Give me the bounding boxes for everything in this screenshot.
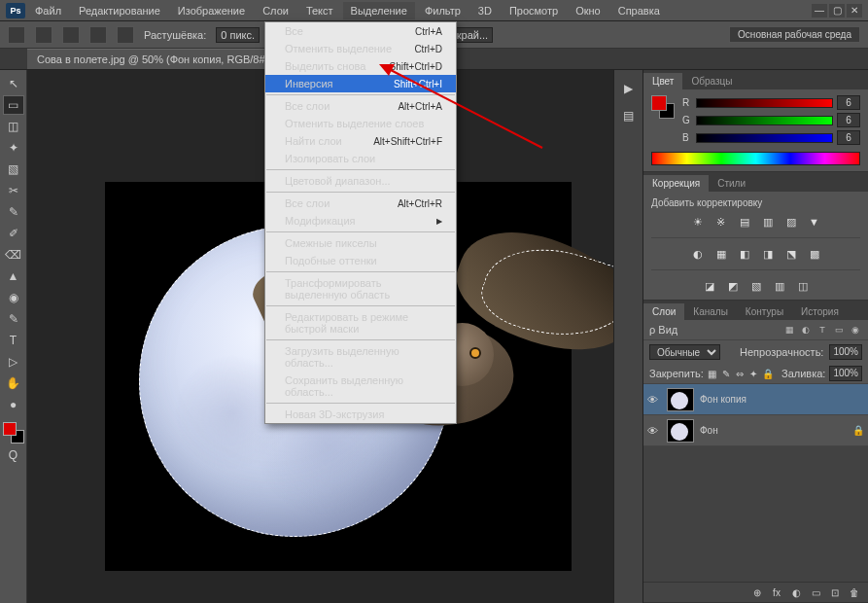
pen-tool[interactable]: ✎	[3, 309, 24, 329]
visibility-icon[interactable]: 👁	[647, 394, 661, 406]
r-slider[interactable]	[696, 98, 833, 108]
selection-mode-sub-icon[interactable]	[89, 26, 107, 44]
layer-name[interactable]: Фон	[700, 425, 718, 436]
filter-smart-icon[interactable]: ◉	[849, 323, 862, 337]
layer-row[interactable]: 👁 Фон 🔒	[643, 415, 868, 446]
crop-tool[interactable]: ▧	[3, 160, 24, 179]
menu-item[interactable]: Загрузить выделенную область...	[265, 342, 456, 372]
filter-text-icon[interactable]: T	[816, 323, 829, 337]
menu-item[interactable]: Смежные пикселы	[265, 234, 456, 252]
layer-thumbnail[interactable]	[667, 388, 694, 411]
tab-adjustments[interactable]: Коррекция	[643, 175, 709, 192]
g-slider[interactable]	[696, 116, 833, 125]
adj-curves-icon[interactable]: ▤	[736, 214, 753, 230]
visibility-icon[interactable]: 👁	[647, 425, 661, 437]
r-value[interactable]: 6	[837, 95, 860, 110]
eraser-tool[interactable]: ⌫	[3, 245, 24, 265]
adj-threshold-icon[interactable]: ◪	[701, 278, 718, 294]
adj-selective-icon[interactable]: ▧	[747, 278, 765, 294]
new-layer-icon[interactable]: ⊡	[827, 585, 843, 599]
b-value[interactable]: 6	[837, 130, 860, 145]
gradient-tool[interactable]: ▲	[3, 266, 24, 286]
selection-mode-new-icon[interactable]	[35, 26, 52, 44]
eyedropper-tool[interactable]: ✂	[3, 181, 24, 200]
tab-swatches[interactable]: Образцы	[682, 73, 741, 89]
quickmask-tool[interactable]: Q	[3, 445, 24, 465]
adj-hue-icon[interactable]: ▼	[806, 214, 823, 230]
g-value[interactable]: 6	[837, 113, 860, 127]
menu-item[interactable]: Новая 3D-экструзия	[265, 406, 456, 423]
lock-position-icon[interactable]: ⇔	[735, 367, 745, 380]
adj-gradient-map-icon[interactable]: ◩	[724, 278, 742, 294]
histogram-icon[interactable]: ▤	[620, 107, 638, 124]
fill-input[interactable]: 100%	[829, 366, 862, 381]
adj-icon[interactable]: ◫	[794, 278, 812, 294]
color-swatches[interactable]	[3, 422, 24, 443]
foreground-color[interactable]	[3, 422, 17, 436]
path-tool[interactable]: ▷	[3, 352, 24, 372]
feather-input[interactable]: 0 пикс.	[216, 27, 260, 43]
tab-history[interactable]: История	[792, 303, 848, 320]
layer-row[interactable]: 👁 Фон копия	[643, 384, 868, 415]
lock-image-icon[interactable]: ✎	[721, 367, 731, 380]
filter-adj-icon[interactable]: ◐	[799, 323, 813, 337]
link-layers-icon[interactable]: ⊕	[749, 585, 765, 599]
color-preview[interactable]	[651, 95, 675, 119]
lasso-tool[interactable]: ◫	[3, 117, 24, 136]
menu-item[interactable]: ВсеCtrl+A	[265, 22, 456, 40]
selection-mode-add-icon[interactable]	[62, 26, 80, 44]
blur-tool[interactable]: ◉	[3, 288, 24, 307]
menu-layers[interactable]: Слои	[255, 2, 296, 19]
menu-item[interactable]: Отменить выделение слоев	[265, 115, 456, 132]
marquee-tool[interactable]: ▭	[3, 95, 24, 115]
menu-item[interactable]: Найти слоиAlt+Shift+Ctrl+F	[265, 132, 456, 150]
menu-file[interactable]: Файл	[27, 2, 69, 19]
adj-photo-filter-icon[interactable]: ▦	[712, 246, 730, 262]
blend-mode-select[interactable]: Обычные	[649, 344, 720, 360]
filter-shape-icon[interactable]: ▭	[832, 323, 846, 337]
menu-item[interactable]: Изолировать слои	[265, 150, 456, 167]
close-icon[interactable]: ✕	[847, 4, 862, 18]
adj-brightness-icon[interactable]: ☀	[689, 214, 707, 230]
workspace-switcher[interactable]: Основная рабочая среда	[729, 26, 860, 43]
move-tool[interactable]: ↖	[3, 74, 24, 93]
menu-select[interactable]: Выделение	[343, 2, 415, 19]
menu-item[interactable]: Цветовой диапазон...	[265, 172, 456, 190]
tab-layers[interactable]: Слои	[643, 303, 684, 320]
menu-item[interactable]: Все слоиAlt+Ctrl+A	[265, 97, 456, 115]
adj-color-lookup-icon[interactable]: ◨	[759, 246, 777, 262]
menu-view[interactable]: Просмотр	[502, 2, 566, 19]
menu-help[interactable]: Справка	[610, 2, 668, 19]
adj-channel-mixer-icon[interactable]: ◧	[736, 246, 753, 262]
minimize-icon[interactable]: —	[812, 4, 827, 18]
type-tool[interactable]: T	[3, 331, 24, 350]
menu-image[interactable]: Изображение	[170, 2, 253, 19]
menu-item[interactable]: Все слоиAlt+Ctrl+R	[265, 195, 456, 212]
menu-text[interactable]: Текст	[298, 2, 341, 19]
selection-mode-int-icon[interactable]	[117, 26, 134, 44]
adj-bw-icon[interactable]: ◐	[689, 246, 707, 262]
menu-3d[interactable]: 3D	[470, 2, 500, 19]
filter-pixel-icon[interactable]: ▦	[782, 323, 796, 337]
adj-levels-icon[interactable]: ※	[712, 214, 730, 230]
adj-exposure-icon[interactable]: ▥	[759, 214, 777, 230]
menu-item[interactable]: Отменить выделениеCtrl+D	[265, 40, 456, 57]
menu-item[interactable]: Редактировать в режиме быстрой маски	[265, 308, 456, 337]
document-tab[interactable]: Сова в полете.jpg @ 50% (Фон копия, RGB/…	[27, 49, 296, 69]
menu-item[interactable]: Трансформировать выделенную область	[265, 274, 456, 303]
menu-item[interactable]: Модификация	[265, 212, 456, 230]
menu-item[interactable]: Подобные оттенки	[265, 252, 456, 269]
adj-icon[interactable]: ▥	[771, 278, 788, 294]
menu-edit[interactable]: Редактирование	[71, 2, 168, 19]
menu-filter[interactable]: Фильтр	[417, 2, 469, 19]
tab-paths[interactable]: Контуры	[737, 303, 792, 320]
layer-fx-icon[interactable]: fx	[769, 585, 784, 599]
layer-name[interactable]: Фон копия	[700, 394, 746, 405]
b-slider[interactable]	[696, 133, 833, 143]
color-spectrum[interactable]	[651, 152, 860, 165]
menu-item[interactable]: Сохранить выделенную область...	[265, 372, 456, 401]
tab-channels[interactable]: Каналы	[684, 303, 737, 320]
menu-item[interactable]: ИнверсияShift+Ctrl+I	[265, 75, 456, 92]
pencil-tool[interactable]: ✐	[3, 224, 24, 243]
adj-posterize-icon[interactable]: ▩	[806, 246, 823, 262]
